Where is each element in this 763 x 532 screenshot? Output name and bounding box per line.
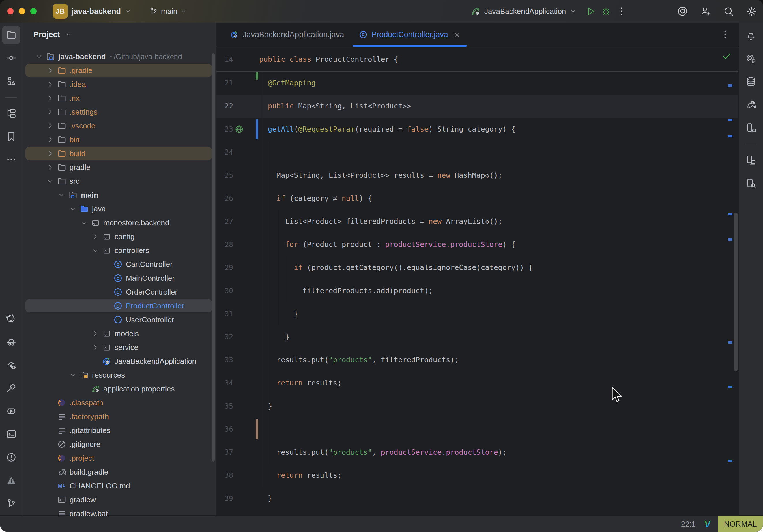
run-configuration-name[interactable]: JavaBackendApplication bbox=[484, 7, 566, 16]
stripe-running-devices-button[interactable] bbox=[742, 151, 760, 169]
tree-item-build-gradle[interactable]: build.gradle bbox=[23, 465, 216, 479]
stripe-profiler-button[interactable] bbox=[2, 356, 21, 374]
error-stripe-change-tick[interactable] bbox=[728, 460, 732, 462]
tab-productcontroller-java[interactable]: CProductController.java bbox=[352, 23, 468, 47]
chevron-down-icon[interactable] bbox=[569, 8, 576, 15]
stripe-copilot-cat-button[interactable] bbox=[2, 310, 21, 328]
tree-item-java[interactable]: java bbox=[23, 202, 216, 216]
stripe-gradle-button[interactable] bbox=[742, 95, 760, 114]
tree-item-gradlew[interactable]: gradlew bbox=[23, 493, 216, 507]
chevron-right-icon[interactable] bbox=[46, 122, 54, 130]
chevron-down-icon[interactable] bbox=[80, 218, 88, 227]
tree-item-monostore-backend[interactable]: monostore.backend bbox=[23, 216, 216, 230]
stripe-database-button[interactable] bbox=[742, 72, 760, 91]
error-stripe-change-tick[interactable] bbox=[728, 213, 732, 215]
chevron-down-icon[interactable] bbox=[68, 205, 77, 213]
chevron-right-icon[interactable] bbox=[91, 343, 100, 352]
line-number[interactable]: 27 bbox=[216, 210, 233, 233]
line-number[interactable]: 26 bbox=[216, 187, 233, 210]
stripe-device-explorer-button[interactable] bbox=[742, 174, 760, 192]
tree-item-application-properties[interactable]: application.properties bbox=[23, 382, 216, 396]
code-line-33[interactable]: 33 results.put("products", filteredProdu… bbox=[216, 349, 738, 372]
project-widget[interactable]: JB java-backend bbox=[53, 4, 132, 19]
line-number[interactable]: 31 bbox=[216, 302, 233, 325]
tree-item-gitignore[interactable]: .gitignore bbox=[23, 437, 216, 451]
code-line-14[interactable]: 14public class ProductController { bbox=[216, 48, 738, 71]
code-line-22[interactable]: 22 public Map<String, List<Product>> bbox=[216, 95, 738, 118]
tree-item-main[interactable]: main bbox=[23, 188, 216, 202]
zoom-button[interactable] bbox=[30, 8, 37, 14]
tree-item-classpath[interactable]: .classpath bbox=[23, 396, 216, 410]
code-line-24[interactable]: 24 bbox=[216, 141, 738, 164]
project-tree-scrollbar[interactable] bbox=[212, 53, 215, 462]
code-line-39[interactable]: 39 } bbox=[216, 487, 738, 510]
chevron-down-icon[interactable] bbox=[91, 246, 100, 255]
line-number[interactable]: 33 bbox=[216, 349, 233, 372]
stripe-ai-assistant-button[interactable] bbox=[742, 49, 760, 68]
line-number[interactable]: 23 bbox=[216, 118, 233, 141]
tree-item-factorypath[interactable]: .factorypath bbox=[23, 410, 216, 424]
tree-item-project[interactable]: .project bbox=[23, 451, 216, 465]
code-line-25[interactable]: 25 Map<String, List<Product>> results = … bbox=[216, 164, 738, 187]
code-line-28[interactable]: 28 for (Product product : productService… bbox=[216, 233, 738, 256]
tab-javabackendapplication-java[interactable]: JavaBackendApplication.java bbox=[223, 23, 352, 47]
code-line-37[interactable]: 37 results.put("products", productServic… bbox=[216, 441, 738, 464]
line-number[interactable]: 24 bbox=[216, 141, 233, 164]
stripe-problems-button[interactable] bbox=[2, 448, 21, 467]
line-number[interactable]: 36 bbox=[216, 418, 233, 441]
code-line-32[interactable]: 32 } bbox=[216, 325, 738, 349]
code-line-29[interactable]: 29 if (product.getCategory().equalsIgnor… bbox=[216, 256, 738, 279]
stripe-build-hammer-button[interactable] bbox=[2, 379, 21, 397]
stripe-bookmarks-button[interactable] bbox=[2, 127, 21, 146]
chevron-right-icon[interactable] bbox=[91, 329, 100, 338]
line-number[interactable]: 35 bbox=[216, 395, 233, 418]
tree-item-build[interactable]: build bbox=[23, 147, 216, 160]
close-tab-icon[interactable] bbox=[453, 31, 461, 39]
line-number[interactable]: 25 bbox=[216, 164, 233, 187]
stripe-structure-button[interactable] bbox=[2, 72, 21, 90]
caret-position[interactable]: 22:1 bbox=[681, 520, 696, 529]
stripe-more-button[interactable] bbox=[2, 150, 21, 169]
tree-item-gitattributes[interactable]: .gitattributes bbox=[23, 424, 216, 437]
stripe-project-button[interactable] bbox=[2, 26, 21, 44]
debug-button[interactable] bbox=[600, 6, 611, 17]
line-number[interactable]: 38 bbox=[216, 464, 233, 487]
stripe-git-branch-button[interactable] bbox=[2, 494, 21, 513]
line-number[interactable]: 37 bbox=[216, 441, 233, 464]
tree-item-java-backend[interactable]: java-backend~/Github/java-backend bbox=[23, 50, 216, 63]
line-number[interactable]: 21 bbox=[216, 71, 233, 95]
chevron-right-icon[interactable] bbox=[46, 135, 54, 144]
tree-item-src[interactable]: src bbox=[23, 174, 216, 188]
ideavim-icon[interactable]: V bbox=[704, 519, 711, 529]
tree-item-idea[interactable]: .idea bbox=[23, 77, 216, 91]
error-stripe-change-tick[interactable] bbox=[728, 84, 732, 86]
chevron-right-icon[interactable] bbox=[46, 66, 54, 75]
tree-item-bin[interactable]: bin bbox=[23, 133, 216, 147]
tree-item-gradle[interactable]: .gradle bbox=[23, 63, 216, 77]
chevron-right-icon[interactable] bbox=[46, 94, 54, 102]
line-number[interactable]: 30 bbox=[216, 279, 233, 302]
error-stripe-change-tick[interactable] bbox=[728, 386, 732, 388]
tree-item-ordercontroller[interactable]: COrderController bbox=[23, 285, 216, 299]
tree-item-usercontroller[interactable]: CUserController bbox=[23, 313, 216, 327]
vcs-branch-widget[interactable]: main bbox=[149, 7, 187, 16]
code-line-21[interactable]: 21 @GetMapping bbox=[216, 71, 738, 95]
vim-mode-badge[interactable]: NORMAL bbox=[718, 516, 763, 532]
chevron-down-icon[interactable] bbox=[46, 177, 54, 185]
chevron-right-icon[interactable] bbox=[46, 163, 54, 172]
code-line-27[interactable]: 27 List<Product> filteredProducts = new … bbox=[216, 210, 738, 233]
code-line-34[interactable]: 34 return results; bbox=[216, 372, 738, 395]
error-stripe-change-tick[interactable] bbox=[728, 341, 732, 344]
line-number[interactable]: 34 bbox=[216, 372, 233, 395]
tab-options-button[interactable] bbox=[720, 29, 731, 40]
tree-item-gradle[interactable]: gradle bbox=[23, 160, 216, 174]
stripe-services-button[interactable] bbox=[2, 402, 21, 420]
code-editor[interactable]: 14public class ProductController {21 @Ge… bbox=[216, 47, 738, 516]
stripe-hierarchy-button[interactable] bbox=[2, 104, 21, 123]
tree-item-nx[interactable]: .nx bbox=[23, 91, 216, 105]
tree-item-config[interactable]: config bbox=[23, 230, 216, 244]
chevron-down-icon[interactable] bbox=[57, 191, 66, 199]
stripe-commit-button[interactable] bbox=[2, 49, 21, 67]
tree-item-productcontroller[interactable]: CProductController bbox=[23, 299, 216, 313]
code-line-31[interactable]: 31 } bbox=[216, 302, 738, 325]
